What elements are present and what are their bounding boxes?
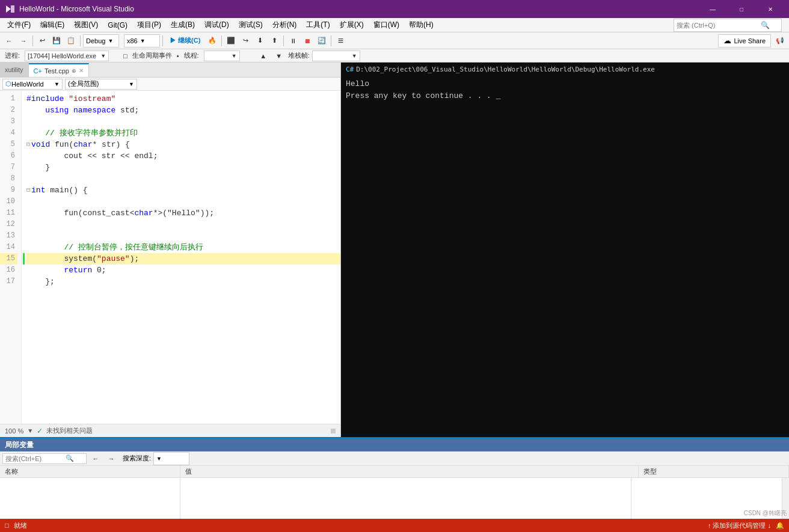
step-into[interactable]: ⬇ (253, 34, 266, 47)
bell-icon[interactable]: 🔔 (776, 522, 784, 530)
stack-dropdown[interactable]: ▼ (312, 50, 360, 61)
pause-btn[interactable]: ⏸ (286, 34, 299, 47)
restart-btn[interactable]: 🔄 (315, 34, 328, 47)
code-editor[interactable]: 1 2 3 4 5 6 7 8 9 10 11 12 13 14 15 16 1 (0, 91, 340, 424)
line-label: 线程: (184, 51, 199, 60)
tab-test-cpp[interactable]: C+ Test.cpp ⊕ ✕ (29, 63, 89, 77)
close-button[interactable]: ✕ (757, 0, 784, 18)
class-nav-dropdown[interactable]: ⬡ HelloWorld ▼ (2, 79, 63, 90)
step-over[interactable]: ↪ (239, 34, 252, 47)
locals-nav-forward[interactable]: → (105, 452, 118, 465)
scroll-indicator[interactable] (331, 429, 336, 433)
tab-xutility[interactable]: xutility (0, 63, 29, 77)
fire-icon[interactable]: 🔥 (206, 34, 219, 47)
code-content[interactable]: #include "iostream" using namespace std;… (22, 91, 340, 424)
menu-view[interactable]: 视图(V) (69, 19, 103, 32)
menu-project[interactable]: 项目(P) (132, 19, 166, 32)
depth-arrow: ▼ (156, 456, 162, 462)
collapse-5[interactable]: ⊟ (26, 139, 30, 150)
window-title: HelloWorld - Microsoft Visual Studio (19, 5, 699, 13)
line-num-10: 10 (0, 196, 17, 207)
debug-config-dropdown[interactable]: Debug ▼ (83, 34, 119, 47)
menu-test[interactable]: 测试(S) (234, 19, 268, 32)
code-line-5: ⊟void fun(char* str) { (26, 139, 340, 150)
toolbar-save-all[interactable]: 📋 (64, 34, 78, 47)
stack-down[interactable]: ▼ (272, 49, 286, 63)
dropdown-arrow: ▼ (108, 38, 113, 44)
code-line-6: cout << str << endl; (26, 150, 340, 162)
line-num-1: 1 (0, 93, 17, 105)
locals-depth-dropdown[interactable]: ▼ (153, 452, 189, 465)
menu-analyze[interactable]: 分析(N) (268, 19, 302, 32)
menu-git[interactable]: Git(G) (103, 19, 132, 32)
platform-arrow: ▼ (140, 38, 146, 44)
toolbar-forward[interactable]: → (17, 34, 30, 47)
locals-search-box[interactable]: 🔍 (2, 453, 87, 464)
collapse-9[interactable]: ⊟ (26, 185, 30, 196)
class-nav-icon: ⬡ (5, 80, 11, 88)
menu-edit[interactable]: 编辑(E) (35, 19, 69, 32)
menu-help[interactable]: 帮助(H) (404, 19, 438, 32)
minimize-button[interactable]: — (699, 0, 726, 18)
stack-up[interactable]: ▲ (257, 49, 270, 63)
console-panel: C# D:\002_Project\006_Visual_Studio\Hell… (341, 63, 789, 437)
locals-nav-back[interactable]: ← (89, 452, 102, 465)
menu-debug[interactable]: 调试(D) (200, 19, 234, 32)
stack-arrow: ▼ (352, 53, 357, 59)
global-search-box[interactable]: 🔍 (674, 19, 782, 32)
toolbar-save[interactable]: 💾 (50, 34, 63, 47)
menu-build[interactable]: 生成(B) (166, 19, 200, 32)
code-line-4: // 接收字符串参数并打印 (26, 127, 340, 139)
vs-logo (5, 4, 16, 14)
live-share-button[interactable]: ☁ Live Share (718, 34, 771, 47)
progress-label: 进程: (5, 51, 20, 60)
platform-dropdown[interactable]: x86 ▼ (124, 34, 160, 47)
console-title-text: D:\002_Project\006_Visual_Studio\HelloWo… (356, 66, 655, 73)
code-line-13 (26, 230, 340, 242)
code-line-1: #include "iostream" (26, 93, 340, 105)
zoom-arrow[interactable]: ▼ (27, 427, 33, 434)
svg-marker-0 (6, 5, 11, 13)
locals-column-headers: 名称 值 类型 (0, 466, 789, 478)
menu-window[interactable]: 窗口(W) (369, 19, 404, 32)
stack-label: 堆栈帧: (288, 51, 310, 60)
line-num-12: 12 (0, 219, 17, 230)
thread-dropdown[interactable]: ▼ (204, 50, 240, 61)
source-control-btn[interactable]: ↑ 添加到源代码管理 ↓ (708, 521, 771, 530)
toolbar-undo[interactable]: ↩ (35, 34, 49, 47)
feedback-btn[interactable]: 📢 (773, 34, 787, 47)
locals-value-col (180, 478, 631, 519)
locals-name-col (0, 478, 180, 519)
platform-label: x86 (127, 37, 138, 44)
status-bar: □ 就绪 ↑ 添加到源代码管理 ↓ 🔔 (0, 519, 789, 532)
menu-extensions[interactable]: 扩展(X) (335, 19, 369, 32)
debug-config-label: Debug (86, 37, 105, 44)
maximize-button[interactable]: □ (728, 0, 755, 18)
lifecycle-icon: □ (123, 52, 127, 60)
global-search-input[interactable] (677, 22, 761, 29)
window-controls[interactable]: — □ ✕ (699, 0, 784, 18)
line-num-4: 4 (0, 127, 17, 139)
continue-button[interactable]: ▶ 继续(C) (165, 34, 204, 47)
toolbar-back[interactable]: ← (2, 34, 16, 47)
tab-pinned-icon: ⊕ (72, 68, 76, 74)
process-arrow: ▼ (100, 53, 106, 59)
console-title-bar: C# D:\002_Project\006_Visual_Studio\Hell… (341, 63, 789, 76)
full-layout: xutility C+ Test.cpp ⊕ ✕ ⬡ HelloWorld ▼ … (0, 63, 789, 532)
code-line-16: return 0; (26, 264, 340, 276)
tab-close-btn[interactable]: ✕ (79, 67, 84, 74)
record-btn[interactable]: ⬛ (224, 34, 238, 47)
svg-rect-1 (11, 5, 14, 13)
code-line-2: using namespace std; (26, 105, 340, 116)
scope-nav-dropdown[interactable]: (全局范围) ▼ (65, 79, 137, 90)
menu-file[interactable]: 文件(F) (2, 19, 35, 32)
process-dropdown[interactable]: [17044] HelloWorld.exe ▼ (25, 50, 109, 61)
more-btn[interactable]: ≡ (334, 34, 347, 47)
tab-file-icon: C+ (34, 67, 42, 75)
locals-search-input[interactable] (5, 455, 66, 462)
menu-tools[interactable]: 工具(T) (301, 19, 334, 32)
step-out[interactable]: ⬆ (268, 34, 281, 47)
stop-btn[interactable]: ⏹ (301, 34, 314, 47)
toolbar-right-area: ☁ Live Share 📢 (718, 34, 787, 47)
tab-bar: xutility C+ Test.cpp ⊕ ✕ (0, 63, 340, 78)
